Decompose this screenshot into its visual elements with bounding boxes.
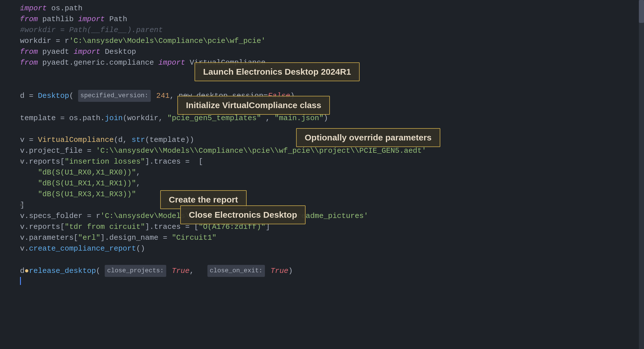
code-token: pyaedt	[38, 46, 74, 57]
code-token: #workdir = Path(__file__).parent	[20, 25, 163, 35]
code-line: d = Desktop( specified_version: 241, new…	[17, 90, 644, 102]
line-content: import os.path	[17, 3, 82, 14]
code-line: "dB(S(U1_RX1,X1_RX1))",	[17, 178, 644, 189]
line-content: "dB(S(U1_RX1,X1_RX1))",	[17, 178, 140, 189]
code-token: Desktop	[38, 90, 69, 101]
line-content: v.create_compliance_report()	[17, 243, 145, 254]
code-line: ⊖]	[17, 200, 644, 211]
line-content: #workdir = Path(__file__).parent	[17, 25, 163, 35]
code-line	[17, 277, 644, 288]
code-line: ⊖from pathlib import Path	[17, 14, 644, 25]
code-token: (	[69, 90, 78, 101]
code-token: ()	[136, 243, 145, 254]
code-token: os.path	[47, 3, 83, 14]
code-token: from	[20, 57, 38, 68]
code-token: "dB(S(U1_RX3,X1_RX3))"	[38, 189, 136, 200]
debug-dot: ●	[25, 265, 29, 276]
code-token: from	[20, 46, 38, 57]
fold-icon[interactable]: ⊖	[20, 200, 23, 211]
code-token: str	[132, 134, 145, 145]
code-token: "erl"	[78, 232, 100, 243]
code-line	[17, 254, 644, 265]
code-token: v.	[20, 243, 29, 254]
code-token: pathlib	[38, 14, 78, 25]
line-content: v.parameters["erl"].design_name = "Circu…	[17, 232, 217, 243]
code-token: d =	[20, 90, 38, 101]
code-token: join	[105, 113, 122, 124]
code-token: v.parameters[	[20, 232, 78, 243]
code-token: VirtualCompliance	[38, 134, 114, 145]
code-token: (workdir,	[123, 113, 167, 124]
code-line: workdir = r'C:\ansysdev\Models\Complianc…	[17, 35, 644, 46]
code-token: "dB(S(U1_RX1,X1_RX1))"	[38, 178, 136, 189]
code-token: v.reports[	[20, 156, 65, 167]
param-label: close_on_exit:	[207, 265, 265, 277]
code-token	[20, 178, 38, 189]
fold-icon[interactable]: ⊖	[20, 156, 23, 167]
code-line: ⊖import os.path	[17, 3, 644, 14]
code-token	[20, 167, 38, 178]
code-line: v.parameters["erl"].design_name = "Circu…	[17, 232, 644, 243]
code-token: workdir = r	[20, 35, 69, 46]
callout-close: Close Electronics Desktop	[180, 205, 306, 224]
code-token: import	[78, 14, 105, 25]
code-token: "dB(S(U1_RX0,X1_RX0))"	[38, 167, 136, 178]
code-token: v.project_file =	[20, 145, 96, 156]
line-content: "dB(S(U1_RX3,X1_RX3))"	[17, 189, 136, 200]
code-token: (d,	[114, 134, 132, 145]
code-token: (template))	[145, 134, 194, 145]
line-content: v = VirtualCompliance(d, str(template))	[17, 134, 194, 145]
code-token: ,	[190, 265, 207, 276]
code-line: v.specs_folder = r'C:\ansysdev\Models\Co…	[17, 211, 644, 221]
code-line: v.create_compliance_report()	[17, 243, 644, 254]
code-editor: ⊖import os.path⊖from pathlib import Path…	[0, 0, 644, 349]
code-line: "dB(S(U1_RX0,X1_RX0))",	[17, 167, 644, 178]
code-token: (	[96, 265, 105, 276]
code-token	[167, 265, 172, 276]
code-lines: ⊖import os.path⊖from pathlib import Path…	[0, 3, 644, 346]
code-token: Path	[105, 14, 127, 25]
code-token: d	[20, 265, 25, 276]
code-token: "tdr from circuit"	[65, 221, 145, 232]
code-token: "insertion losses"	[65, 156, 145, 167]
line-content: d●release_desktop( close_projects: True,…	[17, 265, 293, 277]
callout-override: Optionally override parameters	[296, 128, 440, 147]
code-line: v.reports["tdr from circuit"].traces = […	[17, 221, 644, 232]
line-content: from pyaedt import Desktop	[17, 46, 136, 57]
line-content	[17, 277, 21, 285]
callout-launch: Launch Electronics Desktop 2024R1	[195, 62, 360, 81]
fold-icon[interactable]: ⊖	[20, 3, 23, 14]
code-token: Desktop	[100, 46, 136, 57]
code-token: True	[172, 265, 189, 276]
scrollbar-thumb[interactable]	[639, 0, 644, 23]
code-line: #workdir = Path(__file__).parent	[17, 25, 644, 35]
code-line: from pyaedt import Desktop	[17, 46, 644, 57]
code-token: v.reports[	[20, 221, 65, 232]
callout-init: Initialize VirtualCompliance class	[177, 96, 330, 115]
code-token: release_desktop	[29, 265, 96, 276]
code-line: ⊖v.reports["insertion losses"].traces = …	[17, 156, 644, 167]
code-line	[17, 102, 644, 113]
text-cursor	[20, 277, 21, 285]
scrollbar[interactable]	[639, 0, 644, 349]
code-token: ].traces = [	[145, 156, 203, 167]
code-token: template = os.path.	[20, 113, 105, 124]
line-content: v.reports["insertion losses"].traces = [	[17, 156, 203, 167]
fold-icon[interactable]: ⊖	[20, 14, 23, 25]
code-token: import	[20, 3, 47, 14]
code-token: v.specs_folder = r	[20, 211, 100, 221]
code-token: "Circuit1"	[172, 232, 217, 243]
code-token: import	[74, 46, 100, 57]
code-token: )	[288, 265, 293, 276]
code-line: d●release_desktop( close_projects: True,…	[17, 265, 644, 277]
code-token	[266, 265, 271, 276]
code-line: "dB(S(U1_RX3,X1_RX3))"	[17, 189, 644, 200]
code-token: ].design_name =	[100, 232, 172, 243]
line-content: from pathlib import Path	[17, 14, 127, 25]
param-label: specified_version:	[78, 90, 151, 102]
param-label: close_projects:	[105, 265, 166, 277]
code-token: v =	[20, 134, 38, 145]
code-token: create_compliance_report	[29, 243, 136, 254]
code-token: pyaedt.generic.compliance	[38, 57, 158, 68]
code-token: 241	[152, 90, 170, 101]
